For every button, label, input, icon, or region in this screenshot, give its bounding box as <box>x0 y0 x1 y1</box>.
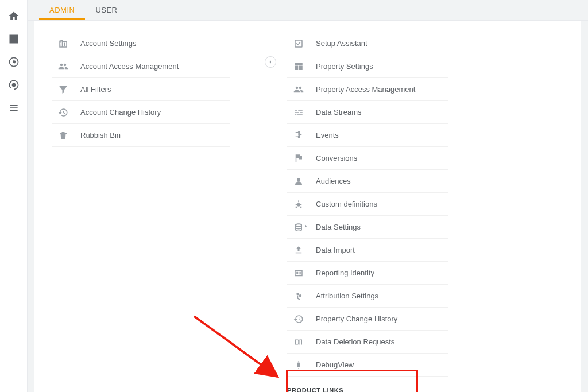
history-icon <box>287 308 310 331</box>
streams-icon <box>287 101 310 124</box>
item-label: Account Change History <box>80 108 161 117</box>
setup-assistant-item[interactable]: Setup Assistant <box>287 32 448 55</box>
item-label: Attribution Settings <box>316 292 378 300</box>
data-import-item[interactable]: Data Import <box>287 239 448 262</box>
reports-icon[interactable] <box>5 30 23 48</box>
events-icon <box>287 124 310 147</box>
hierarchy-icon <box>287 193 310 216</box>
chevron-right-icon <box>303 223 309 229</box>
product-links-header: PRODUCT LINKS <box>287 387 448 392</box>
advertising-icon[interactable] <box>5 76 23 94</box>
dd-icon <box>287 331 310 354</box>
attribution-settings-item[interactable]: Attribution Settings <box>287 285 448 308</box>
rubbish-bin-item[interactable]: Rubbish Bin <box>52 124 230 147</box>
account-access-item[interactable]: Account Access Management <box>52 55 230 78</box>
admin-tabs: ADMIN USER <box>28 0 588 21</box>
flag-icon <box>287 147 310 170</box>
reporting-identity-item[interactable]: Reporting Identity <box>287 262 448 285</box>
item-label: Property Change History <box>316 315 397 323</box>
people-icon <box>287 78 310 101</box>
tab-admin[interactable]: ADMIN <box>39 0 85 20</box>
item-label: Rubbish Bin <box>80 131 121 139</box>
people-icon <box>52 55 75 78</box>
item-label: DebugView <box>316 360 354 369</box>
tab-user[interactable]: USER <box>85 0 127 20</box>
data-streams-item[interactable]: Data Streams <box>287 101 448 124</box>
data-deletion-requests-item[interactable]: Data Deletion Requests <box>287 331 448 354</box>
upload-icon <box>287 239 310 262</box>
property-menu-list: Setup Assistant Property Settings Proper… <box>287 32 448 377</box>
building-icon <box>52 32 75 55</box>
layout-icon <box>287 55 310 78</box>
debug-icon <box>287 354 310 377</box>
conversions-item[interactable]: Conversions <box>287 147 448 170</box>
item-label: Account Access Management <box>80 62 179 71</box>
admin-content: Account Settings Account Access Manageme… <box>34 21 581 392</box>
trash-icon <box>52 124 75 147</box>
account-menu-list: Account Settings Account Access Manageme… <box>52 32 230 147</box>
filter-icon <box>52 78 75 101</box>
custom-definitions-item[interactable]: Custom definitions <box>287 193 448 216</box>
left-nav-rail <box>0 0 28 392</box>
item-label: Reporting Identity <box>316 269 374 277</box>
item-label: Audiences <box>316 177 351 185</box>
item-label: Data Settings <box>316 223 361 231</box>
debugview-item[interactable]: DebugView <box>287 354 448 377</box>
events-item[interactable]: Events <box>287 124 448 147</box>
home-icon[interactable] <box>5 7 23 25</box>
item-label: Data Import <box>316 246 355 254</box>
explore-icon[interactable] <box>5 53 23 71</box>
item-label: Conversions <box>316 154 357 162</box>
property-column: Setup Assistant Property Settings Proper… <box>270 21 465 392</box>
item-label: Custom definitions <box>316 200 377 208</box>
item-label: Account Settings <box>80 39 137 48</box>
configure-icon[interactable] <box>5 99 23 117</box>
checkbox-icon <box>287 32 310 55</box>
account-column: Account Settings Account Access Manageme… <box>34 21 247 392</box>
main-area: ADMIN USER Account Settings Account Acce… <box>28 0 588 392</box>
history-icon <box>52 101 75 124</box>
all-filters-item[interactable]: All Filters <box>52 78 230 101</box>
audience-icon <box>287 170 310 193</box>
attribution-icon <box>287 285 310 308</box>
audiences-item[interactable]: Audiences <box>287 170 448 193</box>
account-settings-item[interactable]: Account Settings <box>52 32 230 55</box>
data-settings-item[interactable]: Data Settings <box>287 216 448 239</box>
property-change-history-item[interactable]: Property Change History <box>287 308 448 331</box>
item-label: Property Settings <box>316 62 373 71</box>
item-label: Data Deletion Requests <box>316 337 394 346</box>
account-change-history-item[interactable]: Account Change History <box>52 101 230 124</box>
item-label: Property Access Management <box>316 85 415 94</box>
item-label: Events <box>316 131 339 139</box>
collapse-column-button[interactable] <box>265 56 276 68</box>
item-label: Setup Assistant <box>316 39 368 48</box>
id-card-icon <box>287 262 310 285</box>
item-label: All Filters <box>80 85 111 94</box>
property-access-item[interactable]: Property Access Management <box>287 78 448 101</box>
property-settings-item[interactable]: Property Settings <box>287 55 448 78</box>
item-label: Data Streams <box>316 108 361 117</box>
